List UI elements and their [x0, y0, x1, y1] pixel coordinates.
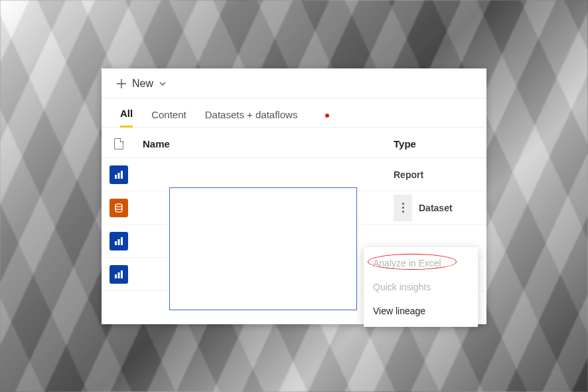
svg-rect-1 — [118, 173, 120, 179]
menu-item-analyze-in-excel[interactable]: Analyze in Excel — [364, 251, 478, 275]
report-icon — [110, 232, 128, 250]
tabs: All Content Datasets + dataflows — [102, 98, 486, 128]
tab-datasets-dataflows[interactable]: Datasets + dataflows — [205, 109, 298, 127]
column-header-type[interactable]: Type — [394, 138, 486, 149]
report-icon — [110, 165, 128, 184]
column-header-icon — [102, 138, 136, 149]
svg-rect-9 — [121, 270, 123, 278]
more-options-button[interactable] — [394, 195, 412, 221]
menu-item-quick-insights[interactable]: Quick insights — [364, 275, 478, 299]
report-icon — [110, 265, 128, 284]
notification-dot-icon — [325, 114, 329, 118]
svg-rect-5 — [118, 239, 120, 245]
column-headers: Name Type — [102, 128, 486, 158]
new-button-label: New — [132, 78, 153, 90]
column-header-name[interactable]: Name — [136, 138, 394, 149]
menu-item-view-lineage[interactable]: View lineage — [364, 299, 478, 323]
vertical-dots-icon — [402, 203, 404, 213]
new-button[interactable]: New — [113, 76, 169, 91]
svg-rect-2 — [121, 171, 123, 179]
svg-rect-7 — [115, 274, 117, 278]
row-type: Report — [394, 169, 486, 180]
svg-rect-0 — [115, 175, 117, 179]
row-type: Dataset — [419, 203, 453, 213]
page-icon — [114, 138, 123, 149]
context-menu: Analyze in Excel Quick insights View lin… — [364, 247, 478, 327]
dataset-icon — [110, 199, 128, 217]
svg-rect-6 — [121, 237, 123, 245]
plus-icon — [116, 78, 127, 89]
table-row[interactable]: Report — [102, 158, 486, 191]
tab-content[interactable]: Content — [151, 109, 186, 127]
svg-rect-8 — [118, 272, 120, 278]
tab-all[interactable]: All — [120, 108, 133, 128]
toolbar: New — [102, 68, 486, 98]
svg-point-3 — [115, 203, 122, 206]
redaction-box — [169, 187, 357, 310]
svg-rect-4 — [115, 241, 117, 245]
chevron-down-icon — [159, 80, 167, 88]
